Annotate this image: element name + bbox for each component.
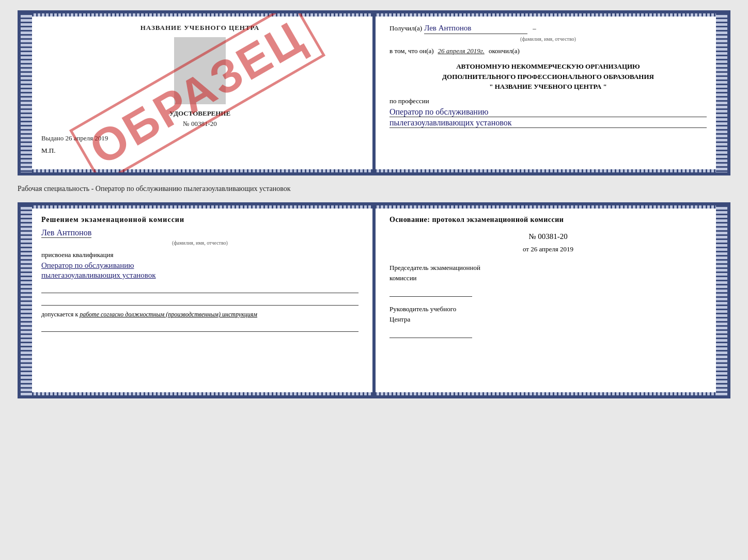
org-quote-close: " [603, 83, 607, 90]
left-page-top: НАЗВАНИЕ УЧЕБНОГО ЦЕНТРА УДОСТОВЕРЕНИЕ №… [21, 13, 374, 172]
prisvoena-label: присвоена квалификация [41, 251, 359, 259]
bottom-certificate-book: Решением экзаменационной комиссии Лев Ан… [18, 202, 730, 398]
org-block: АВТОНОМНУЮ НЕКОММЕРЧЕСКУЮ ОРГАНИЗАЦИЮ ДО… [389, 61, 707, 92]
bottom-right-page: Основание: протокол экзаменационной коми… [374, 205, 727, 395]
udostoverenie-label: УДОСТОВЕРЕНИЕ [41, 109, 359, 118]
predsedatel-line2: комиссии [389, 274, 707, 282]
dopusk-label: допускается к [41, 311, 78, 318]
separator-text: Рабочая специальность - Оператор по обсл… [18, 181, 730, 197]
ot-label: от [523, 245, 529, 253]
komissia-name: Лев Антпонов [41, 228, 91, 238]
right-page-top: Получил(а) Лев Антпонов – (фамилия, имя,… [374, 13, 727, 172]
photo-placeholder [174, 37, 226, 104]
poluchil-row: Получил(а) Лев Антпонов – [389, 24, 707, 34]
profession-line1: Оператор по обслуживанию [389, 107, 707, 117]
vtom-row: в том, что он(а) 26 апреля 2019г. окончи… [389, 47, 707, 55]
vydano-date: 26 апреля 2019 [66, 134, 108, 142]
vydano-label: Выдано [41, 134, 64, 142]
rukovoditel-line1: Руководитель учебного [389, 305, 707, 313]
fio-hint-top: (фамилия, имя, отчество) [389, 36, 707, 42]
training-center-title: НАЗВАНИЕ УЧЕБНОГО ЦЕНТРА [41, 24, 359, 32]
predsedatel-line1: Председатель экзаменационной [389, 264, 707, 272]
kval-line2: пылегазоулавливающих установок [41, 271, 359, 280]
org-line1: АВТОНОМНУЮ НЕКОММЕРЧЕСКУЮ ОРГАНИЗАЦИЮ [389, 61, 707, 72]
org-name-line: " НАЗВАНИЕ УЧЕБНОГО ЦЕНТРА " [389, 82, 707, 92]
osnovanie-label: Основание: протокол экзаменационной коми… [389, 216, 707, 224]
recipient-name: Лев Антпонов [424, 24, 527, 34]
vydano-line: Выдано 26 апреля 2019 [41, 134, 359, 142]
completion-date: 26 апреля 2019г. [438, 47, 485, 55]
vtom-label: в том, что он(а) [389, 47, 434, 55]
dopusk-text: работе согласно должностным (производств… [80, 311, 257, 318]
komissia-name-row: Лев Антпонов [41, 228, 359, 239]
mp-label: М.П. [41, 147, 359, 155]
dash-after-name: – [533, 24, 536, 33]
kval-line1: Оператор по обслуживанию [41, 261, 359, 270]
spine-right-bottom [716, 205, 727, 395]
document-wrapper: НАЗВАНИЕ УЧЕБНОГО ЦЕНТРА УДОСТОВЕРЕНИЕ №… [18, 10, 730, 398]
rukovoditel-sign-line [389, 326, 472, 338]
ot-date-row: от 26 апреля 2019 [389, 245, 707, 253]
poluchil-label: Получил(а) [389, 24, 422, 33]
org-quote-open: " [489, 83, 493, 90]
blank-line-3 [41, 323, 359, 332]
org-name: НАЗВАНИЕ УЧЕБНОГО ЦЕНТРА [495, 83, 602, 90]
bottom-left-page: Решением экзаменационной комиссии Лев Ан… [21, 205, 374, 395]
profession-line2: пылегазоулавливающих установок [389, 118, 707, 128]
dopuskaetsya-label: допускается к работе согласно должностны… [41, 311, 359, 318]
blank-line-1 [41, 284, 359, 293]
spine-right-top [716, 13, 727, 172]
okonchil-label: окончил(а) [489, 47, 520, 55]
po-professii-label: по профессии [389, 97, 707, 105]
rukovoditel-line2: Центра [389, 315, 707, 324]
top-certificate-book: НАЗВАНИЕ УЧЕБНОГО ЦЕНТРА УДОСТОВЕРЕНИЕ №… [18, 10, 730, 175]
resheniem-label: Решением экзаменационной комиссии [41, 216, 359, 224]
protocol-number-bottom: № 00381-20 [389, 232, 707, 241]
fio-hint-bottom: (фамилия, имя, отчество) [41, 240, 359, 246]
ot-date: 26 апреля 2019 [531, 245, 573, 253]
predsedatel-sign-line [389, 284, 472, 297]
blank-line-2 [41, 296, 359, 306]
cert-number-top: № 00381-20 [41, 120, 359, 128]
org-line2: ДОПОЛНИТЕЛЬНОГО ПРОФЕССИОНАЛЬНОГО ОБРАЗО… [389, 72, 707, 82]
